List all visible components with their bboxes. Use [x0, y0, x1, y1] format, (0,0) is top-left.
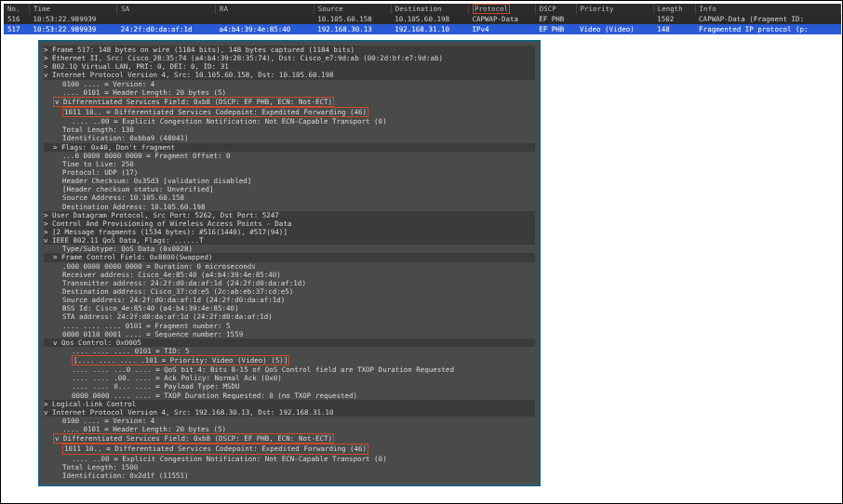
cell: 516 — [4, 14, 29, 24]
tree-item[interactable]: .... ..00 = Explicit Congestion Notifica… — [44, 117, 535, 126]
tree-item[interactable]: .... .... .00. .... = Ack Policy: Normal… — [44, 374, 535, 382]
tree-item-highlight[interactable]: [.... .... .... .101 = Priority: Video (… — [44, 355, 535, 365]
tree-item[interactable]: Destination Address: 10.105.60.198 — [44, 203, 535, 211]
tree-item[interactable]: Source Address: 10.105.60.158 — [44, 193, 535, 202]
tree-item[interactable]: > Flags: 0x40, Don't fragment — [44, 143, 535, 152]
cell: EF PHB — [535, 14, 576, 24]
cell: 10:53:22.989939 — [29, 24, 116, 34]
tree-item[interactable]: Protocol: UDP (17) — [44, 168, 535, 177]
col-time[interactable]: Time — [29, 4, 116, 14]
tree-item[interactable]: > User Datagram Protocol, Src Port: 5262… — [44, 211, 535, 219]
tree-item[interactable]: .... .... ...0 .... = QoS bit 4: Bits 8-… — [44, 365, 535, 374]
tree-item[interactable]: v IEEE 802.11 QoS Data, Flags: ......T — [44, 236, 535, 245]
cell: CAPWAP-Data (Fragment ID: — [695, 14, 840, 24]
tree-item[interactable]: Receiver address: Cisco_4e:85:40 (a4:b4:… — [44, 271, 535, 279]
col-sa[interactable]: SA — [117, 4, 216, 14]
cell: 10:53:22.989939 — [29, 14, 116, 24]
cell: 192.168.30.13 — [314, 24, 391, 34]
tree-item[interactable]: v Internet Protocol Version 4, Src: 10.1… — [44, 71, 535, 79]
tree-item-highlight[interactable]: 1011 10.. = Differentiated Services Code… — [44, 444, 535, 454]
cell: CAPWAP-Data — [468, 14, 535, 24]
tree-item[interactable]: > [2 Message fragments (1534 bytes): #51… — [44, 228, 535, 236]
tree-item[interactable]: .... .... .... 0101 = Fragment number: 5 — [44, 322, 535, 330]
cell: 517 — [4, 24, 29, 34]
tree-item[interactable]: Source address: 24:2f:d0:da:af:1d (24:2f… — [44, 296, 535, 304]
cell: 192.168.31.10 — [391, 24, 468, 34]
tree-item[interactable]: Identification: 0x2d1f (11551) — [44, 471, 535, 480]
tree-item[interactable]: .... 0101 = Header Length: 20 bytes (5) — [44, 425, 535, 433]
cell: 24:2f:d0:da:af:1d — [117, 24, 216, 34]
tree-item[interactable]: [Header checksum status: Unverified] — [44, 185, 535, 193]
tree-item-highlight[interactable]: v Differentiated Services Field: 0xb8 (D… — [44, 433, 535, 444]
cell — [117, 14, 216, 24]
packet-header-row: No. Time SA RA Source Destination Protoc… — [4, 4, 841, 14]
tree-item[interactable]: > Frame 517: 148 bytes on wire (1184 bit… — [44, 46, 535, 54]
tree-item-highlight[interactable]: 1011 10.. = Differentiated Services Code… — [44, 107, 535, 117]
tree-item-highlight[interactable]: v Differentiated Services Field: 0xb8 (D… — [44, 97, 535, 107]
cell: 1502 — [653, 14, 695, 24]
tree-item[interactable]: Total Length: 1500 — [44, 463, 535, 471]
tree-item[interactable]: .... .... .... 0101 = TID: 5 — [44, 347, 535, 355]
cell: 10.105.60.158 — [314, 14, 391, 24]
tree-item[interactable]: v Qos Control: 0x0005 — [44, 338, 535, 347]
cell — [576, 14, 653, 24]
tree-item[interactable]: Total Length: 130 — [44, 126, 535, 134]
tree-item[interactable]: > Frame Control Field: 0x8800(Swapped) — [44, 253, 535, 261]
tree-item[interactable]: BSS Id: Cisco_4e:85:40 (a4:b4:39:4e:85:4… — [44, 304, 535, 312]
cell: 148 — [653, 24, 695, 34]
col-no[interactable]: No. — [4, 4, 29, 14]
tree-item[interactable]: 0100 .... = Version: 4 — [44, 80, 535, 88]
cell: Video (Video) — [576, 24, 653, 34]
packet-detail-panel[interactable]: > Frame 517: 148 bytes on wire (1184 bit… — [38, 40, 541, 486]
packet-list[interactable]: No. Time SA RA Source Destination Protoc… — [4, 4, 841, 34]
tree-item[interactable]: > Ethernet II, Src: Cisco_28:35:74 (a4:b… — [44, 54, 535, 62]
col-dscp[interactable]: DSCP — [535, 4, 576, 14]
tree-item[interactable]: .... .... 0... .... = Payload Type: MSDU — [44, 382, 535, 391]
tree-item[interactable]: > 802.1Q Virtual LAN, PRI: 0, DEI: 0, ID… — [44, 62, 535, 71]
tree-item[interactable]: STA address: 24:2f:d0:da:af:1d (24:2f:d0… — [44, 312, 535, 321]
packet-row-selected[interactable]: 517 10:53:22.989939 24:2f:d0:da:af:1d a4… — [4, 24, 841, 34]
tree-item[interactable]: v Internet Protocol Version 4, Src: 192.… — [44, 408, 535, 417]
tree-item[interactable]: Time to Live: 250 — [44, 160, 535, 168]
tree-item[interactable]: 0000 0110 0001 .... = Sequence number: 1… — [44, 330, 535, 338]
cell: 10.105.60.198 — [391, 14, 468, 24]
tree-item[interactable]: Header Checksum: 0x35d3 [validation disa… — [44, 177, 535, 185]
col-destination[interactable]: Destination — [391, 4, 468, 14]
packet-row[interactable]: 516 10:53:22.989939 10.105.60.158 10.105… — [4, 14, 841, 24]
cell — [216, 14, 314, 24]
col-source[interactable]: Source — [314, 4, 391, 14]
cell: EF PHB — [535, 24, 576, 34]
tree-item[interactable]: > Logical-Link Control — [44, 400, 535, 408]
tree-item[interactable]: 0100 .... = Version: 4 — [44, 417, 535, 425]
tree-item[interactable]: Type/Subtype: QoS Data (0x0028) — [44, 245, 535, 253]
tree-item[interactable]: Identification: 0xbba9 (48041) — [44, 134, 535, 142]
cell: IPv4 — [468, 24, 535, 34]
tree-item[interactable]: 0000 0000 .... .... = TXOP Duration Requ… — [44, 391, 535, 400]
col-length[interactable]: Length — [653, 4, 695, 14]
tree-item[interactable]: > Control And Provisioning of Wireless A… — [44, 219, 535, 228]
tree-item[interactable]: Transmitter address: 24:2f:d0:da:af:1d (… — [44, 279, 535, 287]
cell: a4:b4:39:4e:85:40 — [216, 24, 314, 34]
tree-item[interactable]: .... ..00 = Explicit Congestion Notifica… — [44, 455, 535, 463]
col-ra[interactable]: RA — [216, 4, 314, 14]
col-protocol[interactable]: Protocol — [468, 4, 535, 14]
cell: Fragmented IP protocol (p: — [695, 24, 840, 34]
tree-item[interactable]: .... 0101 = Header Length: 20 bytes (5) — [44, 88, 535, 97]
tree-item[interactable]: ...0 0000 0000 0000 = Fragment Offset: 0 — [44, 152, 535, 160]
col-priority[interactable]: Priority — [576, 4, 653, 14]
tree-item[interactable]: .000 0000 0000 0000 = Duration: 0 micros… — [44, 262, 535, 271]
tree-item[interactable]: Destination address: Cisco_37:cd:e5 (2c:… — [44, 287, 535, 296]
col-info[interactable]: Info — [695, 4, 840, 14]
